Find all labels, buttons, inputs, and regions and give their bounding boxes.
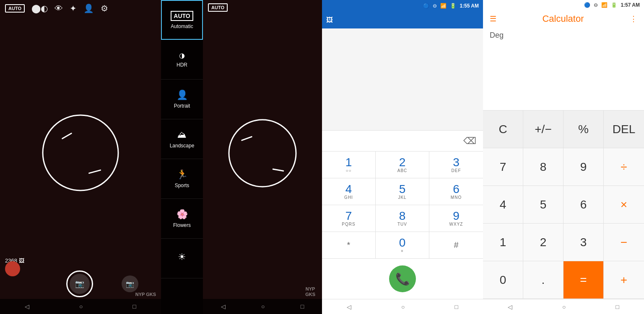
key-3[interactable]: 3 DEF xyxy=(429,152,483,178)
calc-minus-icon: ⊖ xyxy=(594,2,598,8)
home-btn-2[interactable]: ○ xyxy=(261,303,265,310)
key-hash[interactable]: # xyxy=(429,232,483,259)
home-btn-dialer[interactable]: ○ xyxy=(401,304,405,310)
calc-key-4[interactable]: 4 xyxy=(483,186,523,224)
key-1[interactable]: 1 ○○ xyxy=(322,152,376,178)
key-8-label: 8 xyxy=(540,160,547,174)
calc-nav-bar: ◁ ○ □ xyxy=(483,299,644,314)
calc-key-2[interactable]: 2 xyxy=(523,224,564,261)
key-9-label: 9 xyxy=(580,160,587,174)
home-btn[interactable]: ○ xyxy=(79,303,83,310)
portrait-icon[interactable]: 👤 xyxy=(83,3,94,13)
calc-key-6[interactable]: 6 xyxy=(564,186,604,224)
key-star[interactable]: * xyxy=(322,232,376,259)
more-options-icon[interactable]: ⋮ xyxy=(630,14,637,23)
mode-sports[interactable]: 🏃 Sports xyxy=(161,159,203,199)
settings-icon[interactable]: ⚙ xyxy=(101,3,108,13)
panel2-viewfinder: AUTO NYPGKS ◁ ○ □ xyxy=(203,0,322,314)
calc-key-5[interactable]: 5 xyxy=(523,186,564,224)
dialer-panel: 🔵 ⊖ 📶 🔋 1:55 AM 🖼 ⌫ 1 ○○ 2 ABC 3 DEF 4 G… xyxy=(322,0,483,314)
calc-key-multiply[interactable]: × xyxy=(604,186,644,224)
watermark-2: NYPGKS xyxy=(305,286,315,297)
magic-icon[interactable]: ✦ xyxy=(70,3,77,13)
face-recognition-icon[interactable]: 👁 xyxy=(55,4,63,13)
key-2[interactable]: 2 ABC xyxy=(376,152,429,178)
calc-key-8[interactable]: 8 xyxy=(523,148,564,186)
calc-key-0[interactable]: 0 xyxy=(483,261,523,299)
svg-point-3 xyxy=(229,120,296,187)
mode-landscape[interactable]: ⛰ Landscape xyxy=(161,119,203,159)
key-5[interactable]: 5 JKL xyxy=(376,178,429,205)
key-3-label: 3 xyxy=(580,236,587,249)
call-btn-row: 📞 xyxy=(322,259,483,299)
camera-top-bar: AUTO ⬤◐ 👁 ✦ 👤 ⚙ xyxy=(0,0,161,17)
calc-key-7[interactable]: 7 xyxy=(483,148,523,186)
calc-key-clear[interactable]: C xyxy=(483,111,523,148)
calc-key-divide[interactable]: ÷ xyxy=(604,148,644,186)
key-7[interactable]: 7 PQRS xyxy=(322,205,376,232)
key-2-label: 2 xyxy=(540,236,547,249)
recents-btn-dialer[interactable]: □ xyxy=(454,304,458,310)
key-3-letters: DEF xyxy=(452,168,461,173)
call-button[interactable]: 📞 xyxy=(389,265,416,292)
calc-key-9[interactable]: 9 xyxy=(564,148,604,186)
exposure-icon[interactable]: ⬤◐ xyxy=(31,3,48,13)
sports-icon: 🏃 xyxy=(177,169,188,180)
key-2-letters: ABC xyxy=(397,168,408,173)
minus-icon: ⊖ xyxy=(433,3,437,9)
key-hash-sym: # xyxy=(454,240,458,250)
recents-btn-calc[interactable]: □ xyxy=(615,304,619,310)
mode-flowers[interactable]: 🌸 Flowers xyxy=(161,199,203,239)
calc-display: Deg xyxy=(483,28,644,111)
signal-icon: 📶 xyxy=(440,3,447,9)
key-0[interactable]: 0 + xyxy=(376,232,429,259)
calc-key-plusminus[interactable]: +/− xyxy=(523,111,564,148)
mode-portrait[interactable]: 👤 Portrait xyxy=(161,80,203,119)
delete-button[interactable]: ⌫ xyxy=(463,136,476,147)
key-1-label: 1 xyxy=(500,236,506,249)
key-4[interactable]: 4 GHI xyxy=(322,178,376,205)
key-9[interactable]: 9 WXYZ xyxy=(429,205,483,232)
landscape-icon: ⛰ xyxy=(177,129,187,140)
key-1-letters: ○○ xyxy=(345,168,351,173)
calc-key-3[interactable]: 3 xyxy=(564,224,604,261)
shutter-inner: 📷 xyxy=(70,274,90,294)
key-8[interactable]: 8 TUV xyxy=(376,205,429,232)
back-btn-dialer[interactable]: ◁ xyxy=(347,304,351,310)
calc-key-equals[interactable]: = xyxy=(564,261,604,299)
calc-key-plus[interactable]: + xyxy=(604,261,644,299)
portrait-mode-icon: 👤 xyxy=(177,90,188,100)
home-btn-calc[interactable]: ○ xyxy=(562,304,566,310)
recents-btn-2[interactable]: □ xyxy=(301,303,304,310)
calc-key-dot[interactable]: . xyxy=(523,261,564,299)
mode-sunny[interactable]: ☀ xyxy=(161,239,203,278)
auto-badge[interactable]: AUTO xyxy=(5,4,25,13)
key-5-label: 5 xyxy=(540,198,547,211)
bluetooth-icon: 🔵 xyxy=(423,3,429,9)
back-btn-calc[interactable]: ◁ xyxy=(508,304,512,310)
back-btn[interactable]: ◁ xyxy=(25,303,29,310)
watermark: NYP GKS xyxy=(135,292,156,297)
dot-label: . xyxy=(542,273,545,287)
mode-automatic[interactable]: AUTO Automatic xyxy=(161,0,203,40)
back-btn-2[interactable]: ◁ xyxy=(221,303,226,310)
key-6[interactable]: 6 MNO xyxy=(429,178,483,205)
viewfinder-circle-2 xyxy=(225,116,300,191)
keypad: 1 ○○ 2 ABC 3 DEF 4 GHI 5 JKL 6 MNO 7 PQR… xyxy=(322,151,483,259)
key-5-letters: JKL xyxy=(398,195,406,200)
mode-portrait-label: Portrait xyxy=(174,103,190,109)
battery-icon: 🔋 xyxy=(450,3,456,9)
camera-switch-btn[interactable]: 📷 xyxy=(122,275,138,292)
camera-mode-panel: AUTO Automatic ◑ HDR 👤 Portrait ⛰ Landsc… xyxy=(161,0,322,314)
recents-btn[interactable]: □ xyxy=(132,303,136,310)
calc-key-1[interactable]: 1 xyxy=(483,224,523,261)
calc-battery-icon: 🔋 xyxy=(611,2,617,8)
shutter-button[interactable]: 📷 xyxy=(66,270,93,297)
key-0-num: 0 xyxy=(399,237,406,249)
svg-point-0 xyxy=(43,115,118,190)
mode-hdr[interactable]: ◑ HDR xyxy=(161,40,203,80)
hamburger-menu-icon[interactable]: ☰ xyxy=(490,14,496,23)
calc-key-del[interactable]: DEL xyxy=(604,111,644,148)
calc-key-minus[interactable]: − xyxy=(604,224,644,261)
calc-key-percent[interactable]: % xyxy=(564,111,604,148)
